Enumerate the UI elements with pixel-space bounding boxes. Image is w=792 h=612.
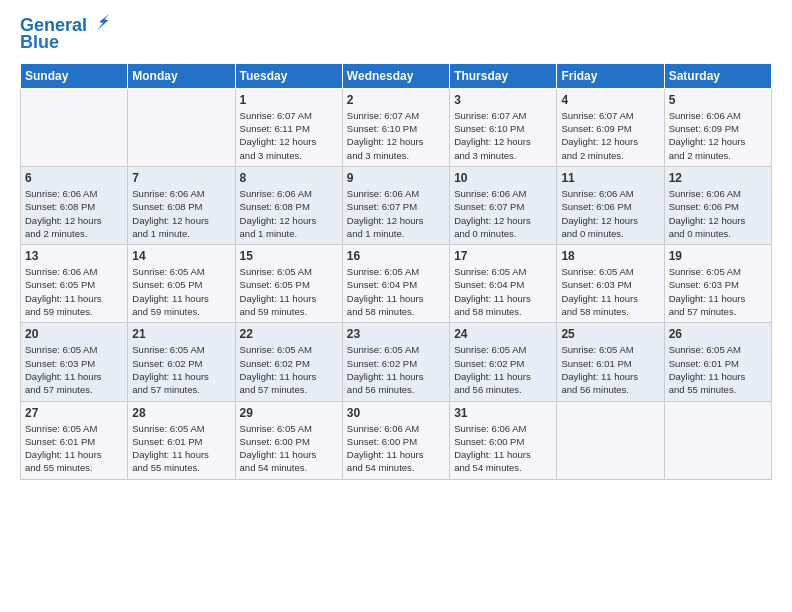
day-info: Sunrise: 6:05 AM Sunset: 6:04 PM Dayligh… <box>454 265 552 318</box>
calendar-table: SundayMondayTuesdayWednesdayThursdayFrid… <box>20 63 772 480</box>
day-number: 27 <box>25 406 123 420</box>
day-number: 8 <box>240 171 338 185</box>
calendar-cell <box>21 88 128 166</box>
calendar-cell: 29Sunrise: 6:05 AM Sunset: 6:00 PM Dayli… <box>235 401 342 479</box>
day-number: 16 <box>347 249 445 263</box>
day-info: Sunrise: 6:05 AM Sunset: 6:01 PM Dayligh… <box>25 422 123 475</box>
weekday-header: Wednesday <box>342 63 449 88</box>
day-info: Sunrise: 6:06 AM Sunset: 6:07 PM Dayligh… <box>347 187 445 240</box>
calendar-week-row: 13Sunrise: 6:06 AM Sunset: 6:05 PM Dayli… <box>21 245 772 323</box>
calendar-cell: 15Sunrise: 6:05 AM Sunset: 6:05 PM Dayli… <box>235 245 342 323</box>
day-info: Sunrise: 6:07 AM Sunset: 6:11 PM Dayligh… <box>240 109 338 162</box>
day-number: 17 <box>454 249 552 263</box>
calendar-cell: 5Sunrise: 6:06 AM Sunset: 6:09 PM Daylig… <box>664 88 771 166</box>
day-number: 31 <box>454 406 552 420</box>
day-number: 18 <box>561 249 659 263</box>
day-info: Sunrise: 6:05 AM Sunset: 6:05 PM Dayligh… <box>240 265 338 318</box>
calendar-cell <box>557 401 664 479</box>
day-info: Sunrise: 6:06 AM Sunset: 6:06 PM Dayligh… <box>561 187 659 240</box>
calendar-cell: 26Sunrise: 6:05 AM Sunset: 6:01 PM Dayli… <box>664 323 771 401</box>
calendar-cell: 2Sunrise: 6:07 AM Sunset: 6:10 PM Daylig… <box>342 88 449 166</box>
day-info: Sunrise: 6:06 AM Sunset: 6:06 PM Dayligh… <box>669 187 767 240</box>
day-number: 20 <box>25 327 123 341</box>
day-number: 1 <box>240 93 338 107</box>
day-number: 29 <box>240 406 338 420</box>
day-number: 19 <box>669 249 767 263</box>
day-number: 11 <box>561 171 659 185</box>
day-info: Sunrise: 6:05 AM Sunset: 6:02 PM Dayligh… <box>240 343 338 396</box>
calendar-cell: 18Sunrise: 6:05 AM Sunset: 6:03 PM Dayli… <box>557 245 664 323</box>
day-info: Sunrise: 6:07 AM Sunset: 6:10 PM Dayligh… <box>454 109 552 162</box>
day-info: Sunrise: 6:05 AM Sunset: 6:04 PM Dayligh… <box>347 265 445 318</box>
day-info: Sunrise: 6:06 AM Sunset: 6:07 PM Dayligh… <box>454 187 552 240</box>
calendar-cell: 7Sunrise: 6:06 AM Sunset: 6:08 PM Daylig… <box>128 166 235 244</box>
day-info: Sunrise: 6:05 AM Sunset: 6:01 PM Dayligh… <box>132 422 230 475</box>
logo: General Blue <box>20 16 112 53</box>
calendar-cell: 12Sunrise: 6:06 AM Sunset: 6:06 PM Dayli… <box>664 166 771 244</box>
day-info: Sunrise: 6:06 AM Sunset: 6:08 PM Dayligh… <box>132 187 230 240</box>
day-number: 9 <box>347 171 445 185</box>
calendar-cell: 14Sunrise: 6:05 AM Sunset: 6:05 PM Dayli… <box>128 245 235 323</box>
calendar-cell: 10Sunrise: 6:06 AM Sunset: 6:07 PM Dayli… <box>450 166 557 244</box>
header: General Blue <box>20 16 772 53</box>
main-container: General Blue SundayMondayTuesdayWednesda… <box>0 0 792 496</box>
day-number: 14 <box>132 249 230 263</box>
calendar-cell: 27Sunrise: 6:05 AM Sunset: 6:01 PM Dayli… <box>21 401 128 479</box>
day-number: 21 <box>132 327 230 341</box>
calendar-cell: 11Sunrise: 6:06 AM Sunset: 6:06 PM Dayli… <box>557 166 664 244</box>
calendar-cell: 22Sunrise: 6:05 AM Sunset: 6:02 PM Dayli… <box>235 323 342 401</box>
day-info: Sunrise: 6:06 AM Sunset: 6:00 PM Dayligh… <box>454 422 552 475</box>
day-number: 30 <box>347 406 445 420</box>
day-info: Sunrise: 6:05 AM Sunset: 6:01 PM Dayligh… <box>669 343 767 396</box>
calendar-cell: 31Sunrise: 6:06 AM Sunset: 6:00 PM Dayli… <box>450 401 557 479</box>
day-info: Sunrise: 6:06 AM Sunset: 6:05 PM Dayligh… <box>25 265 123 318</box>
calendar-cell: 28Sunrise: 6:05 AM Sunset: 6:01 PM Dayli… <box>128 401 235 479</box>
logo-bird-icon <box>90 11 112 33</box>
day-number: 2 <box>347 93 445 107</box>
day-number: 26 <box>669 327 767 341</box>
calendar-cell: 19Sunrise: 6:05 AM Sunset: 6:03 PM Dayli… <box>664 245 771 323</box>
weekday-header: Thursday <box>450 63 557 88</box>
day-info: Sunrise: 6:07 AM Sunset: 6:10 PM Dayligh… <box>347 109 445 162</box>
day-number: 13 <box>25 249 123 263</box>
calendar-cell: 8Sunrise: 6:06 AM Sunset: 6:08 PM Daylig… <box>235 166 342 244</box>
calendar-cell: 25Sunrise: 6:05 AM Sunset: 6:01 PM Dayli… <box>557 323 664 401</box>
calendar-cell: 30Sunrise: 6:06 AM Sunset: 6:00 PM Dayli… <box>342 401 449 479</box>
day-number: 15 <box>240 249 338 263</box>
day-info: Sunrise: 6:05 AM Sunset: 6:05 PM Dayligh… <box>132 265 230 318</box>
calendar-cell <box>128 88 235 166</box>
day-info: Sunrise: 6:06 AM Sunset: 6:08 PM Dayligh… <box>240 187 338 240</box>
calendar-cell: 3Sunrise: 6:07 AM Sunset: 6:10 PM Daylig… <box>450 88 557 166</box>
day-number: 23 <box>347 327 445 341</box>
calendar-cell: 16Sunrise: 6:05 AM Sunset: 6:04 PM Dayli… <box>342 245 449 323</box>
day-number: 10 <box>454 171 552 185</box>
calendar-cell <box>664 401 771 479</box>
day-number: 3 <box>454 93 552 107</box>
day-number: 7 <box>132 171 230 185</box>
calendar-cell: 6Sunrise: 6:06 AM Sunset: 6:08 PM Daylig… <box>21 166 128 244</box>
day-info: Sunrise: 6:05 AM Sunset: 6:03 PM Dayligh… <box>669 265 767 318</box>
calendar-cell: 23Sunrise: 6:05 AM Sunset: 6:02 PM Dayli… <box>342 323 449 401</box>
day-number: 4 <box>561 93 659 107</box>
calendar-cell: 21Sunrise: 6:05 AM Sunset: 6:02 PM Dayli… <box>128 323 235 401</box>
day-info: Sunrise: 6:06 AM Sunset: 6:08 PM Dayligh… <box>25 187 123 240</box>
day-number: 28 <box>132 406 230 420</box>
day-number: 12 <box>669 171 767 185</box>
day-info: Sunrise: 6:05 AM Sunset: 6:03 PM Dayligh… <box>561 265 659 318</box>
calendar-week-row: 6Sunrise: 6:06 AM Sunset: 6:08 PM Daylig… <box>21 166 772 244</box>
calendar-cell: 9Sunrise: 6:06 AM Sunset: 6:07 PM Daylig… <box>342 166 449 244</box>
day-number: 5 <box>669 93 767 107</box>
logo-blue: Blue <box>20 32 59 52</box>
weekday-header: Friday <box>557 63 664 88</box>
calendar-cell: 24Sunrise: 6:05 AM Sunset: 6:02 PM Dayli… <box>450 323 557 401</box>
calendar-cell: 1Sunrise: 6:07 AM Sunset: 6:11 PM Daylig… <box>235 88 342 166</box>
day-info: Sunrise: 6:05 AM Sunset: 6:02 PM Dayligh… <box>132 343 230 396</box>
weekday-header: Tuesday <box>235 63 342 88</box>
calendar-cell: 20Sunrise: 6:05 AM Sunset: 6:03 PM Dayli… <box>21 323 128 401</box>
day-number: 6 <box>25 171 123 185</box>
calendar-cell: 17Sunrise: 6:05 AM Sunset: 6:04 PM Dayli… <box>450 245 557 323</box>
calendar-week-row: 20Sunrise: 6:05 AM Sunset: 6:03 PM Dayli… <box>21 323 772 401</box>
day-info: Sunrise: 6:05 AM Sunset: 6:02 PM Dayligh… <box>347 343 445 396</box>
day-info: Sunrise: 6:07 AM Sunset: 6:09 PM Dayligh… <box>561 109 659 162</box>
calendar-cell: 13Sunrise: 6:06 AM Sunset: 6:05 PM Dayli… <box>21 245 128 323</box>
